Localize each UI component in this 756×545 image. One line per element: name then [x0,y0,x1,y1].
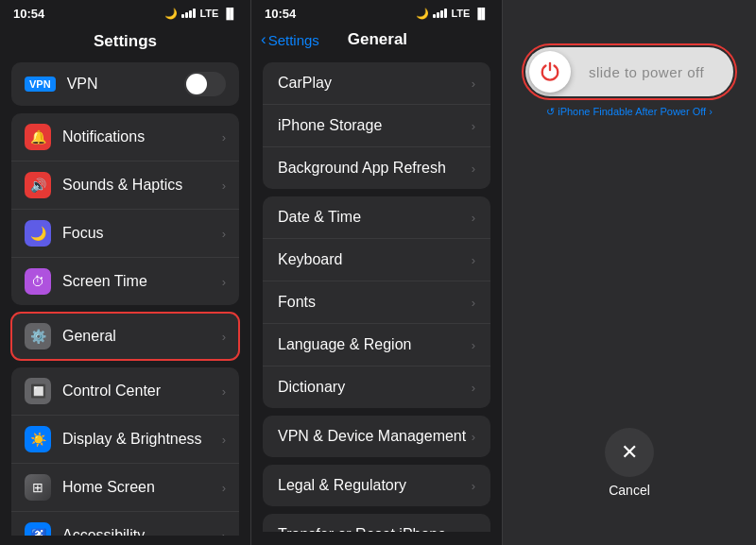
general-section-3: VPN & Device Management › [263,416,490,457]
general-item-iphone-storage[interactable]: iPhone Storage › [263,105,490,147]
display-icon: ☀️ [25,426,51,452]
sidebar-item-control-center[interactable]: 🔲 Control Center › [11,367,239,416]
sidebar-item-sounds-haptics[interactable]: 🔊 Sounds & Haptics › [11,162,239,210]
cancel-button[interactable]: ✕ [605,428,654,477]
vpn-label: VPN [67,76,173,93]
accessibility-icon: ♿ [25,522,51,536]
general-label: General [62,328,211,345]
signal-icon-left [181,9,196,18]
chevron-language-region: › [472,338,475,352]
chevron-keyboard: › [472,253,475,267]
general-list: CarPlay › iPhone Storage › Background Ap… [251,55,502,532]
sidebar-item-notifications[interactable]: 🔔 Notifications › [11,113,239,162]
chevron-carplay: › [472,77,475,91]
lte-badge-left: LTE [199,8,218,19]
background-refresh-label: Background App Refresh [278,160,472,177]
chevron-dictionary: › [472,381,475,395]
general-item-keyboard[interactable]: Keyboard › [263,239,490,281]
back-nav[interactable]: ‹ Settings General [251,26,502,55]
general-section: ⚙️ General › [11,313,239,360]
chevron-screen-time: › [222,275,226,289]
status-time-middle: 10:54 [265,7,296,21]
chevron-iphone-storage: › [472,119,475,133]
general-icon: ⚙️ [25,323,51,349]
general-section-4: Legal & Regulatory › [263,465,490,506]
power-button[interactable] [529,51,571,93]
general-item-language-region[interactable]: Language & Region › [263,324,490,366]
general-item-background-refresh[interactable]: Background App Refresh › [263,147,490,189]
sounds-label: Sounds & Haptics [62,177,211,194]
settings-section-1: 🔔 Notifications › 🔊 Sounds & Haptics › 🌙… [11,113,239,305]
findable-icon: ↺ [546,106,555,117]
status-time-left: 10:54 [13,7,44,21]
battery-icon-middle: ▐▌ [473,8,489,19]
dictionary-label: Dictionary [278,379,472,396]
general-item-date-time[interactable]: Date & Time › [263,196,490,239]
signal-icon-middle [433,9,447,18]
sidebar-item-general[interactable]: ⚙️ General › [11,313,239,360]
cancel-label: Cancel [609,483,650,498]
lte-badge-middle: LTE [451,8,470,19]
vpn-toggle[interactable] [184,72,226,96]
screen-time-icon: ⏱ [25,268,51,295]
sidebar-item-focus[interactable]: 🌙 Focus › [11,210,239,258]
cancel-area: ✕ Cancel [605,428,654,498]
chevron-fonts: › [472,296,475,310]
carplay-label: CarPlay [278,75,472,92]
general-item-fonts[interactable]: Fonts › [263,281,490,324]
vpn-management-label: VPN & Device Management [278,428,472,445]
back-label: Settings [268,32,319,48]
vpn-row[interactable]: VPN VPN [11,62,239,106]
power-icon [540,61,560,82]
notifications-label: Notifications [62,128,211,145]
sidebar-item-display-brightness[interactable]: ☀️ Display & Brightness › [11,416,239,464]
moon-icon-middle: 🌙 [416,8,429,20]
status-icons-middle: 🌙 LTE ▐▌ [416,8,489,20]
home-screen-icon: ⊞ [25,474,51,501]
slide-text: slide to power off [571,64,730,80]
general-item-carplay[interactable]: CarPlay › [263,62,490,105]
legal-label: Legal & Regulatory [278,477,472,494]
shutdown-overlay: slide to power off ↺ iPhone Findable Aft… [503,0,756,545]
chevron-vpn-management: › [472,430,475,444]
moon-icon-left: 🌙 [164,8,178,20]
chevron-sounds: › [222,179,226,193]
control-center-label: Control Center [62,383,211,400]
general-item-vpn-management[interactable]: VPN & Device Management › [263,416,490,457]
sidebar-item-screen-time[interactable]: ⏱ Screen Time › [11,258,239,305]
chevron-date-time: › [472,211,475,225]
screen-time-label: Screen Time [62,273,211,290]
chevron-focus: › [222,227,226,241]
sidebar-item-home-screen[interactable]: ⊞ Home Screen › [11,464,239,512]
date-time-label: Date & Time [278,209,472,226]
chevron-notifications: › [222,130,226,145]
settings-header: Settings [0,26,250,59]
general-item-dictionary[interactable]: Dictionary › [263,366,490,408]
focus-label: Focus [62,225,211,242]
settings-list: VPN VPN 🔔 Notifications › 🔊 Sounds & Hap… [0,59,250,536]
back-arrow-icon: ‹ [261,30,266,49]
home-screen-label: Home Screen [62,479,211,496]
status-bar-left: 10:54 🌙 LTE ▐▌ [0,0,250,26]
slide-to-power-off[interactable]: slide to power off [525,47,733,96]
general-section-5: Transfer or Reset iPhone › [263,514,490,532]
status-bar-middle: 10:54 🌙 LTE ▐▌ [251,0,502,26]
display-label: Display & Brightness [62,431,211,448]
general-panel-title: General [319,30,436,49]
vpn-section: VPN VPN [11,62,239,106]
chevron-background-refresh: › [472,162,475,176]
general-item-legal[interactable]: Legal & Regulatory › [263,465,490,506]
sidebar-item-accessibility[interactable]: ♿ Accessibility › [11,512,239,536]
chevron-legal: › [472,479,475,493]
accessibility-label: Accessibility [62,527,211,536]
settings-panel: 10:54 🌙 LTE ▐▌ Settings VPN VPN [0,0,251,545]
settings-section-3: 🔲 Control Center › ☀️ Display & Brightne… [11,367,239,536]
cancel-x-icon: ✕ [621,440,638,465]
transfer-reset-label: Transfer or Reset iPhone [278,526,472,532]
chevron-general: › [222,330,226,344]
focus-icon: 🌙 [25,220,51,247]
findable-after-power-off[interactable]: ↺ iPhone Findable After Power Off › [546,106,713,118]
chevron-accessibility: › [222,529,226,536]
chevron-transfer-reset: › [472,528,475,533]
general-item-transfer-reset[interactable]: Transfer or Reset iPhone › [263,514,490,532]
